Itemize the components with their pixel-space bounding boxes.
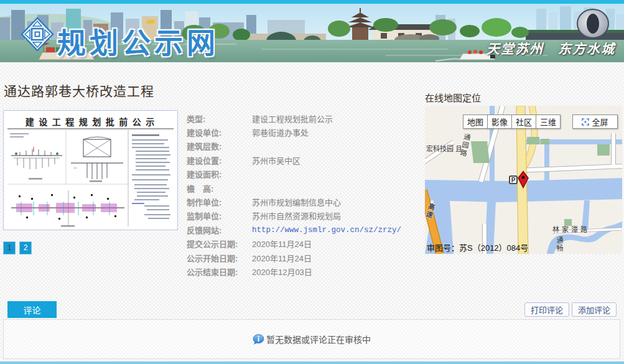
feedback-website-link[interactable]: http://www.jsmlr.gov.cn/sz/zrzy/ xyxy=(252,226,401,235)
map-label-linjiatan-road: 林家潭路 xyxy=(552,224,590,234)
location-marker-icon xyxy=(517,170,529,189)
map-fullscreen-button[interactable]: 全屏 xyxy=(572,114,618,129)
site-title: 规划公示网 xyxy=(57,20,219,61)
map-mode-button-community[interactable]: 社区 xyxy=(511,114,536,129)
map-canvas[interactable]: P 宏科技园 且 通园路 高速 林家潭路 通畅 审图号：苏S（2012）084号… xyxy=(425,106,622,254)
map-mode-button-3d[interactable]: 三维 xyxy=(536,114,561,129)
page-button-1[interactable]: 1 xyxy=(3,241,16,254)
detail-label: 建设面积: xyxy=(187,168,252,180)
detail-label: 制作单位: xyxy=(187,196,252,208)
bottom-accent-bar xyxy=(0,362,624,364)
detail-row: 建设面积: xyxy=(187,167,426,181)
detail-row: 监制单位:苏州市自然资源和规划局 xyxy=(187,209,426,223)
print-comments-button[interactable]: 打印评论 xyxy=(524,302,569,317)
map-section-heading: 在线地图定位 xyxy=(425,91,481,106)
map-approval-number: 审图号：苏S（2012）084号 xyxy=(427,241,528,253)
detail-label: 类型: xyxy=(187,113,252,124)
empty-comments-message: 暂无数据或评论正在审核中 xyxy=(253,333,371,345)
detail-label: 公示结束日期: xyxy=(187,266,252,278)
site-slogan: 天堂苏州 东方水城 xyxy=(487,39,615,57)
detail-label: 反馈网站: xyxy=(187,224,252,236)
detail-row: 建设单位:郭巷街道办事处 xyxy=(187,125,426,139)
thumbnail-pagination: 1 2 xyxy=(3,241,32,254)
detail-row: 建筑层数: xyxy=(187,139,426,153)
planning-drawing-sketch xyxy=(4,111,177,230)
page-button-2[interactable]: 2 xyxy=(19,241,32,254)
empty-comments-text: 暂无数据或评论正在审核中 xyxy=(266,333,371,345)
detail-value: 苏州市吴中区 xyxy=(252,154,300,166)
detail-row: 公示开始日期:2020年11月24日 xyxy=(187,251,426,264)
detail-label: 建筑层数: xyxy=(187,140,252,152)
detail-label: 提交公示日期: xyxy=(187,238,252,250)
detail-label: 建设位置: xyxy=(187,154,252,166)
page: 规划公示网 天堂苏州 东方水城 通达路郭巷大桥改造工程 建 设 工 程 规 划 … xyxy=(0,0,624,364)
detail-value: 建设工程规划批前公示 xyxy=(252,113,333,124)
map-label-tech-park: 宏科技园 且 xyxy=(426,143,462,153)
detail-row: 提交公示日期:2020年11月24日 xyxy=(187,237,426,251)
page-title: 通达路郭巷大桥改造工程 xyxy=(4,81,154,100)
detail-label: 监制单位: xyxy=(187,210,252,222)
comments-panel: 暂无数据或评论正在审核中 xyxy=(3,319,620,359)
detail-value: 2020年11月24日 xyxy=(252,252,312,264)
parking-icon: P xyxy=(509,175,518,184)
detail-row: 公示结束日期:2020年12月03日 xyxy=(187,264,426,278)
map-mode-button-satellite[interactable]: 影像 xyxy=(487,114,512,129)
header-banner: 规划公示网 天堂苏州 东方水城 xyxy=(0,4,624,62)
detail-label: 建设单位: xyxy=(187,126,252,138)
site-logo-icon xyxy=(20,16,55,52)
map-mode-button-map[interactable]: 地图 xyxy=(463,114,488,129)
info-bubble-icon xyxy=(253,334,264,345)
fullscreen-label: 全屏 xyxy=(592,116,608,128)
detail-row: 类型:建设工程规划批前公示 xyxy=(187,111,426,125)
detail-row: 制作单位:苏州市规划编制信息中心 xyxy=(187,195,426,208)
detail-row: 反馈网站:http://www.jsmlr.gov.cn/sz/zrzy/ xyxy=(187,223,426,236)
map-layer-controls: 地图 影像 社区 三维 xyxy=(463,114,561,129)
map-label-tongchang: 通畅 xyxy=(554,236,564,253)
detail-row: 建设位置:苏州市吴中区 xyxy=(187,153,426,167)
tab-comments[interactable]: 评论 xyxy=(7,301,57,318)
detail-row: 檐 高: xyxy=(187,181,426,195)
detail-label: 公示开始日期: xyxy=(187,252,252,264)
detail-label: 檐 高: xyxy=(187,182,252,194)
project-details: 类型:建设工程规划批前公示 建设单位:郭巷街道办事处 建筑层数: 建设位置:苏州… xyxy=(187,111,426,279)
fullscreen-icon xyxy=(582,118,589,126)
detail-value: 2020年11月24日 xyxy=(252,238,312,250)
detail-value: 苏州市规划编制信息中心 xyxy=(252,196,341,208)
detail-value: 苏州市自然资源和规划局 xyxy=(252,210,341,222)
add-comment-button[interactable]: 添加评论 xyxy=(572,302,617,317)
document-preview-thumbnail[interactable]: 建 设 工 程 规 划 批 前 公 示 xyxy=(3,110,178,230)
detail-value: 2020年12月03日 xyxy=(252,266,312,278)
detail-value: 郭巷街道办事处 xyxy=(252,126,309,138)
